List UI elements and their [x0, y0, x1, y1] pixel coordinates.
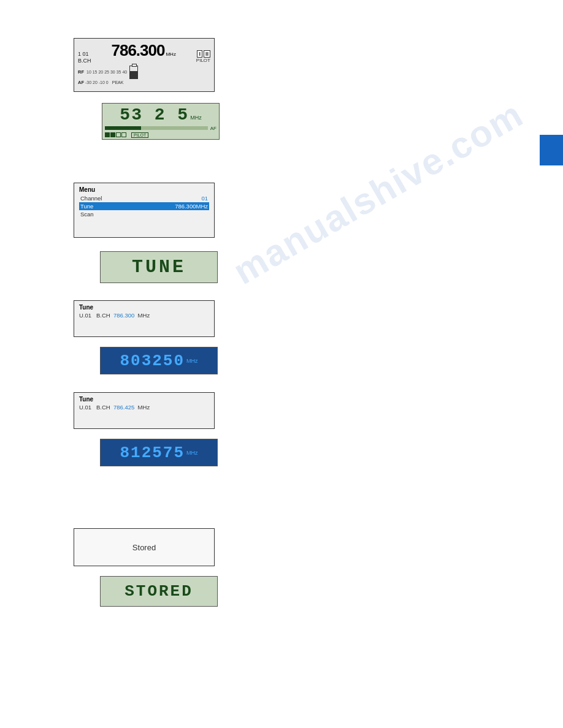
stored-lcd-display: STORED: [100, 576, 218, 607]
lcd-segment-display: 53 2 5 MHz AF PILOT: [102, 103, 220, 140]
lcd-freq-3-mhz: MHz: [186, 450, 198, 456]
af-numbers: -30 20 -10 0: [85, 80, 109, 85]
battery-icon: [129, 66, 138, 79]
stereo-i-indicator: I: [197, 50, 202, 58]
tune2-bch-label: B.CH: [96, 404, 110, 411]
tune-lcd-text: TUNE: [132, 257, 186, 278]
lcd-pilot-badge: PILOT: [131, 132, 148, 138]
lcd-af-label: AF: [210, 126, 216, 131]
menu-tune-label: Tune: [80, 203, 93, 210]
tune2-freq: 786.425: [113, 404, 134, 411]
lcd-frequency: 53 2 5: [120, 105, 189, 124]
main-frequency: 786.300: [111, 41, 164, 60]
tune-panel-1: Tune U.01 B.CH 786.300 MHz: [74, 300, 215, 337]
lcd-freq-2-text: 803250: [120, 352, 185, 370]
lcd-freq-2-mhz: MHz: [186, 358, 198, 364]
tune-bch-label: B.CH: [96, 312, 110, 319]
lcd-battery-bars: [105, 132, 126, 137]
rf-numbers: 10 15 20 25 30 35 40: [86, 70, 127, 74]
menu-panel: Menu Channel 01 Tune 786.300MHz Scan: [74, 183, 215, 238]
lcd-freq-display-3: 812575 MHz: [100, 439, 218, 466]
tune-lcd-display: TUNE: [100, 251, 218, 283]
bch-label: B.CH: [78, 58, 91, 64]
peak-label: PEAK: [112, 80, 124, 85]
tune-freq: 786.300: [113, 312, 134, 319]
menu-tune-item[interactable]: Tune 786.300MHz: [79, 202, 209, 210]
pilot-label: PILOT: [196, 58, 210, 63]
channel-label: 1 01: [78, 51, 91, 58]
main-receiver-display: 1 01 B.CH 786.300 MHz I II PILOT RF 10 1…: [74, 38, 215, 92]
menu-channel-item: Channel 01: [79, 194, 209, 202]
tune2-mhz: MHz: [138, 404, 150, 411]
stored-lcd-text: STORED: [124, 582, 193, 601]
lcd-freq-3-text: 812575: [120, 444, 185, 462]
tune-panel-2: Tune U.01 B.CH 786.425 MHz: [74, 392, 215, 429]
stereo-ii-indicator: II: [204, 50, 210, 58]
blue-accent-decoration: [540, 135, 563, 165]
main-mhz: MHz: [166, 51, 175, 57]
menu-channel-value: 01: [201, 195, 208, 202]
tune-panel2-title: Tune: [79, 396, 209, 403]
af-label: AF: [78, 80, 84, 85]
menu-scan-label: Scan: [80, 211, 94, 218]
tune-mhz: MHz: [138, 312, 150, 319]
menu-tune-value: 786.300MHz: [175, 203, 208, 210]
lcd-freq-display-2: 803250 MHz: [100, 347, 218, 374]
watermark: manualshive.com: [226, 93, 530, 293]
menu-title: Menu: [79, 186, 209, 193]
lcd-mhz: MHz: [190, 115, 202, 121]
menu-channel-label: Channel: [80, 195, 102, 202]
rf-label: RF: [78, 69, 84, 75]
tune-u-label: U.01: [79, 312, 91, 319]
stored-text: Stored: [132, 543, 156, 552]
menu-scan-item[interactable]: Scan: [79, 210, 209, 218]
tune-panel1-title: Tune: [79, 304, 209, 311]
stored-panel: Stored: [74, 528, 215, 566]
tune2-u-label: U.01: [79, 404, 91, 411]
